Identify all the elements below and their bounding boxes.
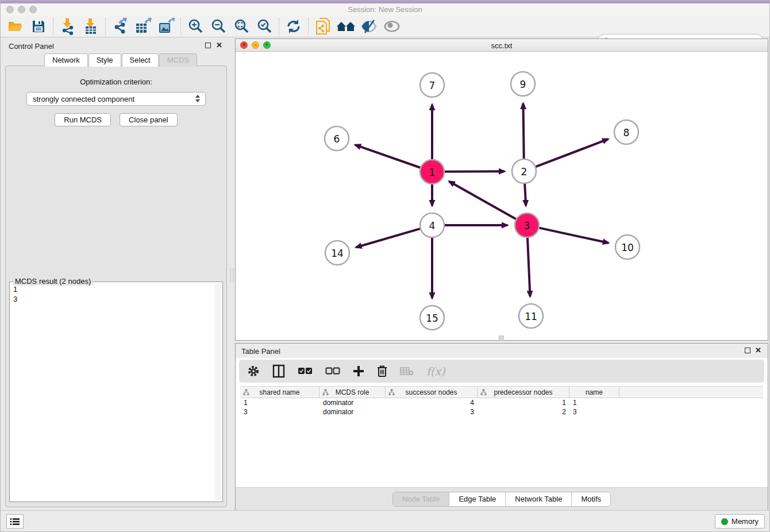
close-panel-icon[interactable]: ✕ [216, 41, 222, 49]
zoom-fit-icon[interactable] [230, 17, 253, 36]
cell-shared-name[interactable]: 3 [240, 407, 319, 417]
deselect-all-columns-icon[interactable] [325, 367, 340, 375]
cell-MCDS-role[interactable]: dominator [319, 398, 386, 407]
edge-4-14[interactable] [356, 229, 420, 247]
network-window-titlebar[interactable]: ✕ – + scc.txt [236, 39, 768, 52]
home-icon[interactable] [334, 17, 357, 36]
node-1[interactable]: 1 [420, 160, 444, 184]
column-header-shared-name[interactable]: shared name [240, 387, 319, 398]
table-tab-band: Node TableEdge TableNetwork TableMotifs [236, 487, 768, 510]
add-column-icon[interactable] [353, 365, 364, 377]
node-table-body: 1dominator4113dominator323 [240, 398, 763, 417]
node-table-header: shared nameMCDS rolesuccessor nodesprede… [240, 386, 763, 398]
edge-2-9[interactable] [523, 103, 523, 159]
refresh-layout-icon[interactable] [282, 17, 305, 36]
tab-motifs[interactable]: Motifs [571, 492, 610, 506]
column-header-predecessor-nodes[interactable]: predecessor nodes [478, 387, 569, 398]
import-table-icon[interactable] [79, 17, 102, 36]
table-row[interactable]: 1dominator411 [240, 398, 763, 407]
export-table-icon[interactable] [132, 17, 155, 36]
network-canvas[interactable]: 1234678910111415 [236, 52, 768, 340]
svg-text:6: 6 [334, 133, 340, 145]
node-8[interactable]: 8 [614, 120, 638, 144]
show-graphics-eye-icon[interactable] [380, 17, 403, 36]
save-session-icon[interactable] [27, 17, 50, 36]
delete-table-icon [400, 367, 414, 376]
tab-select[interactable]: Select [122, 53, 159, 67]
svg-text:3: 3 [524, 220, 530, 232]
edge-1-6[interactable] [355, 145, 420, 168]
select-spinner-icon [195, 95, 200, 102]
edge-2-8[interactable] [536, 139, 609, 167]
control-panel-tabs: NetworkStyleSelectMCDS [44, 53, 229, 67]
mcds-tab-content: Optimization criterion: strongly connect… [5, 65, 227, 507]
zoom-out-icon[interactable] [207, 17, 230, 36]
tab-edge-table[interactable]: Edge Table [449, 492, 505, 506]
run-mcds-button[interactable]: Run MCDS [55, 113, 111, 126]
horizontal-splitter-thumb[interactable] [499, 336, 504, 340]
cell-predecessor-nodes[interactable]: 1 [478, 398, 569, 407]
tab-mcds[interactable]: MCDS [159, 53, 197, 67]
export-network-icon[interactable] [109, 17, 132, 36]
export-image-icon[interactable] [155, 17, 178, 36]
network-overview-icon[interactable] [311, 17, 334, 36]
node-7[interactable]: 7 [420, 73, 444, 97]
hide-details-icon[interactable] [357, 17, 380, 36]
float-table-panel-icon[interactable] [745, 348, 750, 353]
svg-text:8: 8 [623, 127, 630, 138]
close-table-panel-icon[interactable]: ✕ [755, 346, 761, 354]
svg-text:15: 15 [426, 313, 438, 324]
column-header-successor-nodes[interactable]: successor nodes [386, 387, 478, 398]
task-history-button[interactable] [6, 514, 24, 529]
mcds-result-text[interactable]: 1 3 [11, 284, 213, 500]
memory-button[interactable]: Memory [715, 514, 765, 529]
zoom-selected-icon[interactable] [253, 17, 276, 36]
close-panel-button[interactable]: Close panel [120, 113, 178, 126]
cell-name[interactable]: 3 [569, 407, 619, 417]
edge-3-1[interactable] [449, 182, 516, 219]
node-table: shared nameMCDS rolesuccessor nodesprede… [240, 386, 763, 417]
node-14[interactable]: 14 [325, 241, 349, 265]
tab-network[interactable]: Network [44, 53, 88, 67]
status-bar: Memory [1, 510, 769, 531]
node-10[interactable]: 10 [615, 235, 640, 259]
tab-node-table[interactable]: Node Table [393, 492, 449, 506]
toolbar-separator [180, 18, 181, 35]
open-session-icon[interactable] [4, 17, 27, 36]
tab-style[interactable]: Style [88, 53, 121, 67]
cell-shared-name[interactable]: 1 [240, 398, 319, 407]
select-all-columns-icon[interactable] [298, 367, 313, 375]
edge-1-2[interactable] [445, 171, 505, 172]
result-scrollbar[interactable] [215, 283, 221, 500]
node-11[interactable]: 11 [519, 304, 543, 328]
cell-successor-nodes[interactable]: 3 [386, 407, 478, 417]
network-window-title: scc.txt [236, 41, 768, 50]
delete-column-icon[interactable] [377, 365, 387, 377]
table-settings-gear-icon[interactable] [247, 365, 260, 377]
cell-name[interactable]: 1 [569, 398, 619, 407]
column-header-name[interactable]: name [569, 387, 619, 398]
cell-successor-nodes[interactable]: 4 [386, 398, 478, 407]
edge-3-10[interactable] [539, 228, 608, 243]
node-6[interactable]: 6 [325, 126, 349, 151]
column-view-icon[interactable] [272, 364, 285, 378]
node-3[interactable]: 3 [515, 213, 539, 237]
zoom-in-icon[interactable] [184, 17, 207, 36]
svg-text:2: 2 [521, 166, 528, 178]
edge-3-11[interactable] [528, 238, 530, 296]
tab-network-table[interactable]: Network Table [505, 492, 571, 506]
node-2[interactable]: 2 [512, 159, 536, 183]
edge-2-3[interactable] [525, 184, 526, 206]
optimization-criterion-select[interactable]: strongly connected component [26, 92, 206, 106]
node-9[interactable]: 9 [511, 72, 535, 96]
column-header-MCDS-role[interactable]: MCDS role [319, 387, 386, 398]
vertical-splitter-handle[interactable] [230, 268, 234, 283]
node-15[interactable]: 15 [420, 306, 444, 330]
float-panel-icon[interactable] [205, 43, 211, 48]
cell-predecessor-nodes[interactable]: 2 [478, 407, 569, 417]
table-row[interactable]: 3dominator323 [240, 407, 763, 417]
node-4[interactable]: 4 [420, 213, 444, 237]
mcds-result-group: MCDS result (2 nodes) 1 3 [9, 282, 223, 502]
cell-MCDS-role[interactable]: dominator [319, 407, 386, 417]
import-network-icon[interactable] [56, 17, 79, 36]
